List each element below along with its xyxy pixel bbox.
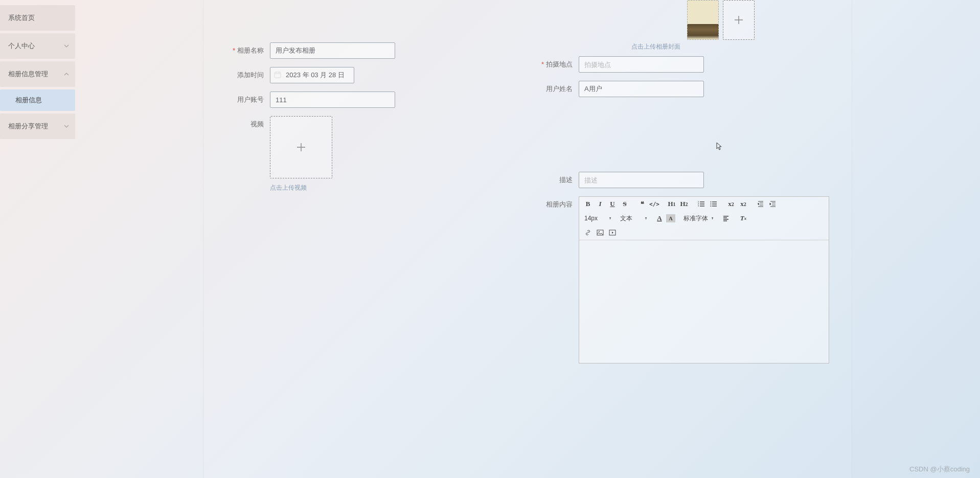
video-label: 视频 [224, 116, 270, 132]
shoot-location-label: 拍摄地点 [533, 56, 579, 73]
h2-button[interactable]: H2 [678, 199, 690, 209]
add-time-label: 添加时间 [224, 67, 270, 83]
ordered-list-button[interactable]: 123 [696, 199, 707, 209]
user-account-label: 用户账号 [224, 92, 270, 108]
desc-input[interactable] [579, 172, 704, 188]
quote-button[interactable]: ❝ [636, 199, 648, 209]
cover-upload-hint: 点击上传相册封面 [631, 43, 680, 50]
nav-label: 个人中心 [8, 41, 35, 51]
strikethrough-button[interactable]: S [619, 199, 630, 209]
clear-format-button[interactable]: Tx [738, 213, 749, 223]
editor-content-area[interactable] [579, 240, 829, 363]
svg-text:3: 3 [698, 204, 699, 207]
underline-button[interactable]: U [607, 199, 618, 209]
album-name-label: 相册名称 [224, 42, 270, 59]
cover-upload-box[interactable] [723, 0, 755, 40]
sidebar: 系统首页 个人中心 相册信息管理 相册信息 相册分享管理 [0, 0, 75, 478]
indent-decrease-button[interactable] [755, 199, 766, 209]
unordered-list-button[interactable] [708, 199, 719, 209]
user-account-input[interactable] [270, 92, 395, 108]
font-color-button[interactable]: A [654, 213, 665, 223]
subscript-button[interactable]: x2 [725, 199, 737, 209]
indent-increase-button[interactable] [767, 199, 779, 209]
form-panel: 相册名称 添加时间 用户账号 视 [203, 0, 852, 478]
desc-label: 描述 [533, 172, 579, 188]
svg-point-8 [599, 231, 600, 232]
content-label: 相册内容 [533, 196, 579, 213]
nav-album-info[interactable]: 相册信息 [0, 89, 75, 111]
plus-icon [295, 141, 307, 153]
nav-personal-center[interactable]: 个人中心 [0, 33, 75, 59]
cover-thumbnail[interactable] [687, 0, 719, 40]
nav-label: 系统首页 [8, 13, 35, 22]
add-time-input[interactable] [270, 67, 354, 83]
text-type-select[interactable]: 文本 [618, 213, 649, 223]
nav-label: 相册信息管理 [8, 70, 48, 79]
plus-icon [733, 14, 745, 26]
nav-label: 相册信息 [15, 96, 42, 105]
video-button[interactable] [607, 227, 618, 238]
image-button[interactable] [595, 227, 606, 238]
rich-text-editor: B I U S ❝ </> H1 H2 1 [579, 196, 829, 363]
chevron-down-icon [64, 124, 69, 129]
svg-point-6 [711, 206, 712, 207]
shoot-location-input[interactable] [579, 56, 704, 73]
bold-button[interactable]: B [582, 199, 594, 209]
user-name-input[interactable] [579, 81, 704, 97]
nav-album-share-mgmt[interactable]: 相册分享管理 [0, 113, 75, 139]
editor-toolbar: B I U S ❝ </> H1 H2 1 [579, 197, 829, 240]
bg-color-button[interactable]: A [666, 214, 675, 222]
align-button[interactable] [720, 213, 732, 223]
watermark: CSDN @小蔡coding [909, 465, 970, 474]
font-size-select[interactable]: 14px [582, 213, 613, 223]
font-family-select[interactable]: 标准字体 [681, 213, 715, 223]
album-name-input[interactable] [270, 42, 395, 59]
nav-album-info-mgmt[interactable]: 相册信息管理 [0, 61, 75, 87]
superscript-button[interactable]: x2 [738, 199, 749, 209]
chevron-down-icon [64, 43, 69, 49]
nav-label: 相册分享管理 [8, 122, 48, 131]
video-upload-hint: 点击上传视频 [270, 184, 332, 192]
italic-button[interactable]: I [595, 199, 606, 209]
user-name-label: 用户姓名 [533, 81, 579, 97]
code-button[interactable]: </> [649, 199, 660, 209]
video-upload-box[interactable] [270, 116, 332, 178]
link-button[interactable] [582, 227, 594, 238]
chevron-up-icon [64, 72, 69, 77]
svg-point-4 [711, 201, 712, 202]
svg-point-5 [711, 203, 712, 204]
h1-button[interactable]: H1 [666, 199, 677, 209]
nav-home[interactable]: 系统首页 [0, 5, 75, 31]
